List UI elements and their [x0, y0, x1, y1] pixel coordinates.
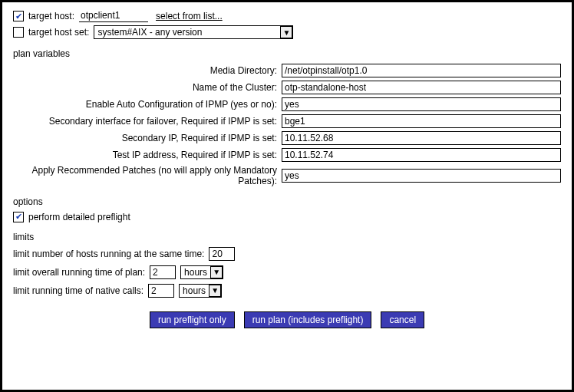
limits-heading: limits [13, 232, 561, 242]
limit-plan-time-row: limit overall running time of plan: hour… [13, 265, 561, 279]
var-label: Secondary interface for failover, Requir… [13, 116, 282, 127]
var-row: Secondary interface for failover, Requir… [13, 114, 561, 128]
secondary-ip-input[interactable] [282, 131, 561, 145]
var-label: Media Directory: [13, 65, 282, 76]
limit-native-time-input[interactable] [148, 284, 174, 298]
secondary-interface-input[interactable] [282, 114, 561, 128]
recommended-patches-input[interactable] [282, 169, 561, 183]
target-host-row: ✔ target host: select from list... [13, 10, 561, 22]
test-ip-input[interactable] [282, 148, 561, 162]
var-row: Test IP address, Required if IPMP is set… [13, 148, 561, 162]
button-bar: run preflight only run plan (includes pr… [13, 311, 561, 328]
var-label: Enable Auto Configuration of IPMP (yes o… [13, 99, 282, 110]
cluster-name-input[interactable] [282, 81, 561, 94]
target-host-checkbox[interactable]: ✔ [13, 11, 24, 21]
var-row: Secondary IP, Required if IPMP is set: [13, 131, 561, 145]
target-host-set-select[interactable]: system#AIX - any version ▼ [94, 25, 293, 39]
limit-plan-time-unit: hours [184, 267, 207, 278]
run-plan-button[interactable]: run plan (includes preflight) [244, 311, 372, 328]
cancel-button[interactable]: cancel [381, 311, 424, 328]
limit-hosts-row: limit number of hosts running at the sam… [13, 247, 561, 261]
target-host-set-checkbox[interactable] [13, 27, 24, 38]
plan-variables-list: Media Directory: Name of the Cluster: En… [13, 64, 561, 187]
detailed-preflight-label: perform detailed preflight [28, 212, 130, 222]
chevron-down-icon[interactable]: ▼ [210, 266, 223, 278]
run-preflight-button[interactable]: run preflight only [150, 311, 235, 328]
chevron-down-icon[interactable]: ▼ [209, 285, 221, 297]
ipmp-auto-input[interactable] [282, 97, 561, 111]
var-label: Apply Recommended Patches (no will apply… [13, 165, 282, 187]
target-host-label: target host: [28, 11, 74, 21]
limit-plan-time-input[interactable] [150, 265, 176, 279]
limit-plan-time-unit-select[interactable]: hours ▼ [180, 265, 223, 279]
dialog: ✔ target host: select from list... targe… [0, 0, 574, 392]
target-host-set-label: target host set: [28, 27, 89, 38]
select-from-list-link[interactable]: select from list... [156, 11, 223, 21]
limit-native-time-unit: hours [183, 285, 206, 296]
target-host-input[interactable] [79, 10, 148, 22]
var-row: Enable Auto Configuration of IPMP (yes o… [13, 97, 561, 111]
options-row: ✔ perform detailed preflight [13, 212, 561, 222]
plan-variables-heading: plan variables [13, 48, 561, 59]
limit-hosts-input[interactable] [209, 247, 235, 261]
var-row: Name of the Cluster: [13, 81, 561, 94]
var-row: Apply Recommended Patches (no will apply… [13, 165, 561, 187]
var-label: Test IP address, Required if IPMP is set… [13, 150, 282, 160]
media-directory-input[interactable] [282, 64, 561, 77]
limit-native-time-label: limit running time of native calls: [13, 285, 144, 296]
limit-native-time-row: limit running time of native calls: hour… [13, 284, 561, 298]
var-label: Name of the Cluster: [13, 82, 282, 93]
target-host-set-value: system#AIX - any version [97, 27, 277, 38]
var-row: Media Directory: [13, 64, 561, 77]
limit-plan-time-label: limit overall running time of plan: [13, 267, 145, 278]
limit-native-time-unit-select[interactable]: hours ▼ [179, 284, 222, 298]
options-heading: options [13, 196, 561, 207]
detailed-preflight-checkbox[interactable]: ✔ [13, 212, 24, 222]
var-label: Secondary IP, Required if IPMP is set: [13, 133, 282, 143]
limit-hosts-label: limit number of hosts running at the sam… [13, 249, 204, 259]
chevron-down-icon[interactable]: ▼ [280, 26, 292, 38]
target-host-set-row: target host set: system#AIX - any versio… [13, 25, 561, 39]
